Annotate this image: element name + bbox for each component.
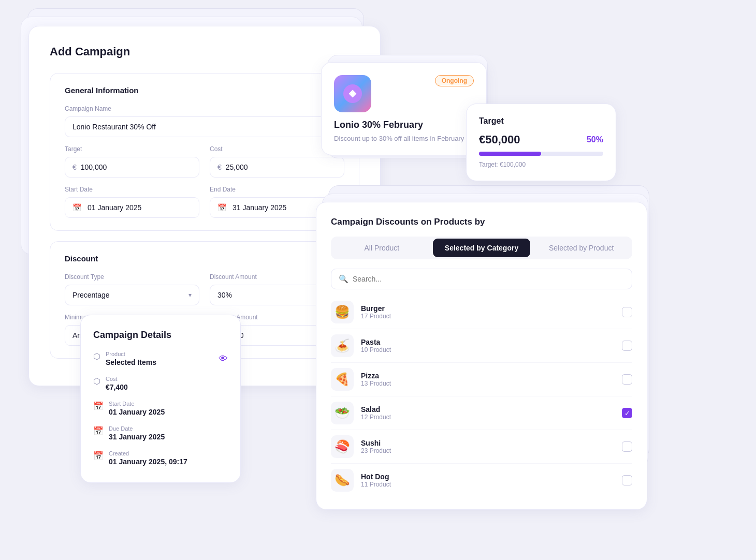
detail-row-cost: ⬡ Cost €7,400 [93,376,228,391]
cost-value: 25,000 [226,163,248,171]
end-date-value: 31 January 2025 [232,203,286,212]
search-input[interactable] [353,275,624,283]
discount-amount-value: 30% [217,291,232,299]
product-thumb-pasta: 🍝 [331,334,354,357]
start-date-value: 01 January 2025 [88,203,141,212]
start-date-input[interactable]: 📅 01 January 2025 [65,197,199,218]
product-discount-card: Campaign Discounts on Products by All Pr… [316,202,647,510]
checkbox-salad[interactable]: ✓ [622,408,632,418]
campaign-name: Lonio 30% February [334,120,474,130]
checkbox-burger[interactable] [622,307,632,317]
product-info-burger: Burger 17 Product [361,304,622,320]
tab-selected-category[interactable]: Selected by Category [433,239,531,257]
target-label: Target [65,145,199,153]
target-card: Target €50,000 50% Target: €100,000 [466,104,616,181]
product-icon: ⬡ [93,351,100,361]
product-info-salad: Salad 12 Product [361,405,622,421]
cost-input[interactable]: € 25,000 [210,157,344,178]
product-thumb-salad: 🥗 [331,402,354,424]
campaign-name-value: Lonio Restaurant 30% Off [72,123,156,131]
product-detail-value: Selected Items [106,358,156,366]
discount-type-value: Precentage [72,291,110,299]
add-campaign-title: Add Campaign [50,45,359,58]
ongoing-badge: Ongoing [435,75,474,86]
list-item: 🍣 Sushi 23 Product [331,430,632,464]
product-list: 🍔 Burger 17 Product 🍝 Pasta 10 Product 🍕… [331,296,632,497]
end-date-label: End Date [210,186,344,193]
list-item: 🍕 Pizza 13 Product [331,363,632,396]
product-count-hotdog: 11 Product [361,481,622,488]
product-count-sushi: 23 Product [361,447,622,454]
product-name-salad: Salad [361,405,622,414]
due-icon: 📅 [93,426,104,436]
discount-type-label: Discount Type [65,273,199,281]
list-item: 🌭 Hot Dog 11 Product [331,464,632,497]
start-date-label: Start Date [65,186,199,193]
end-date-calendar-icon: 📅 [217,203,226,212]
general-info-section: General Information Campaign Name Lonio … [50,73,359,231]
product-name-burger: Burger [361,304,622,313]
product-name-pasta: Pasta [361,338,622,346]
campaign-name-input[interactable]: Lonio Restaurant 30% Off [65,116,344,137]
product-info-pizza: Pizza 13 Product [361,372,622,387]
product-info-hotdog: Hot Dog 11 Product [361,473,622,488]
cost-icon: ⬡ [93,376,100,386]
search-box[interactable]: 🔍 [331,269,632,289]
campaign-info-card: Ongoing Lonio 30% February Discount up t… [321,62,487,155]
product-thumb-burger: 🍔 [331,301,354,323]
product-name-pizza: Pizza [361,372,622,380]
svg-point-1 [351,92,355,96]
tab-selected-product[interactable]: Selected by Product [532,239,630,257]
campaign-desc: Discount up to 30% off all items in Febr… [334,135,474,142]
product-count-pizza: 13 Product [361,380,622,387]
target-euro-icon: € [72,163,77,171]
product-count-pasta: 10 Product [361,346,622,353]
start-icon: 📅 [93,401,104,411]
discount-type-chevron: ▾ [188,291,192,299]
checkbox-pasta[interactable] [622,341,632,351]
start-detail-value: 01 January 2025 [109,408,165,416]
discount-title: Discount [65,254,344,263]
tab-group: All Product Selected by Category Selecte… [331,237,632,259]
detail-row-product: ⬡ Product Selected Items 👁 [93,351,228,366]
cost-detail-label: Cost [106,376,128,382]
general-info-title: General Information [65,86,344,95]
detail-row-created: 📅 Created 01 January 2025, 09:17 [93,450,228,466]
product-count-salad: 12 Product [361,414,622,421]
product-info-pasta: Pasta 10 Product [361,338,622,353]
progress-fill [479,152,541,156]
detail-row-start: 📅 Start Date 01 January 2025 [93,401,228,416]
checkbox-hotdog[interactable] [622,475,632,485]
target-value: 100,000 [81,163,107,171]
cost-detail-value: €7,400 [106,383,128,391]
product-detail-label: Product [106,351,156,357]
due-detail-value: 31 January 2025 [109,433,165,441]
due-detail-label: Due Date [109,425,165,432]
product-name-sushi: Sushi [361,439,622,447]
created-detail-label: Created [109,450,187,456]
start-date-calendar-icon: 📅 [72,203,81,212]
created-detail-value: 01 January 2025, 09:17 [109,458,187,466]
progress-track [479,152,603,156]
product-name-hotdog: Hot Dog [361,473,622,481]
product-thumb-sushi: 🍣 [331,435,354,458]
target-input[interactable]: € 100,000 [65,157,199,178]
target-base-label: Target: €100,000 [479,161,603,168]
discount-type-select[interactable]: Precentage ▾ [65,285,199,305]
campaign-details-title: Campaign Details [93,330,228,341]
list-item: 🍔 Burger 17 Product [331,296,632,329]
product-count-burger: 17 Product [361,313,622,320]
start-detail-label: Start Date [109,401,165,407]
product-discount-title: Campaign Discounts on Products by [331,217,632,227]
target-current-amount: €50,000 [479,133,520,146]
campaign-logo [334,75,371,112]
checkbox-sushi[interactable] [622,441,632,452]
tab-all-product[interactable]: All Product [333,239,431,257]
product-thumb-hotdog: 🌭 [331,469,354,492]
campaign-name-label: Campaign Name [65,105,344,112]
search-icon: 🔍 [339,274,348,284]
checkbox-pizza[interactable] [622,374,632,385]
product-thumb-pizza: 🍕 [331,368,354,391]
cost-euro-icon: € [217,163,222,171]
eye-icon[interactable]: 👁 [219,353,228,364]
